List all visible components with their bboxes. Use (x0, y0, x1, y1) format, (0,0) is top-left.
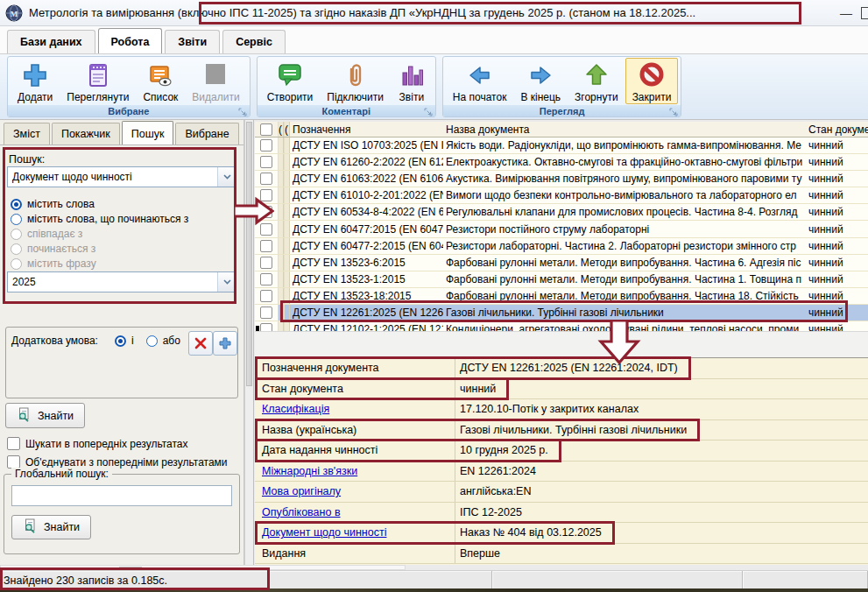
table-row-5[interactable]: ДСТУ EN 60534-8-4:2022 (EN 6Регулювальні… (255, 204, 868, 221)
row-checkbox[interactable] (260, 206, 272, 218)
search-option-checkbox-1[interactable]: Шукати в попередніх результатах (7, 437, 188, 450)
radio-button[interactable] (11, 199, 22, 210)
row-checkbox[interactable] (260, 189, 272, 201)
toolbar-button-3-4[interactable]: Закрити (625, 58, 679, 104)
toolbar-button-1-1[interactable]: Додати (11, 58, 60, 104)
row-select-cell[interactable] (255, 255, 278, 271)
chevron-down-icon[interactable] (217, 167, 236, 187)
details-row-6: Міжнародні зв'язкиEN 12261:2024 (255, 462, 868, 483)
ribbon-tab-2[interactable]: Робота (98, 28, 163, 53)
ribbon-tab-4[interactable]: Сервіс (222, 30, 286, 53)
table-row-12[interactable]: ДСТУ EN 12102-1:2025 (EN 121Кондиціонери… (255, 321, 868, 331)
toolbar-button-1-3[interactable]: Список (136, 58, 185, 104)
header-checkbox[interactable] (260, 123, 272, 136)
dialog-launcher-icon[interactable] (424, 108, 433, 116)
search-field-combobox[interactable]: Документ щодо чинності (7, 166, 236, 187)
search-mode-option-1[interactable]: містить слова (11, 197, 95, 211)
toolbar-button-2-1[interactable]: Створити (260, 58, 321, 104)
search-option-checkbox-2[interactable]: Об'єднувати з попередніми результатами (7, 455, 228, 469)
table-row-2[interactable]: ДСТУ EN 61260-2:2022 (EN 612Електроакуст… (255, 154, 868, 171)
checkbox[interactable] (7, 455, 20, 469)
row-select-cell[interactable] (255, 204, 278, 220)
checkbox[interactable] (7, 437, 20, 450)
table-row-10[interactable]: ДСТУ EN 13523-18:2015Фарбовані рулонні м… (255, 288, 868, 305)
condition-option-1[interactable]: і (115, 334, 134, 348)
table-row-9[interactable]: ДСТУ EN 13523-1:2015Фарбовані рулонні ме… (255, 271, 868, 288)
row-checkbox[interactable] (260, 273, 272, 285)
toolbar-button-2-2[interactable]: Підключити (320, 58, 391, 104)
row-select-cell[interactable] (255, 137, 278, 153)
global-find-button[interactable]: Знайти (11, 515, 91, 539)
sidebar-tab-1[interactable]: Зміст (4, 123, 50, 144)
table-row-11[interactable]: ДСТУ EN 12261:2025 (EN 1226Газові лічиль… (255, 305, 868, 321)
row-narrow-col-1 (278, 187, 284, 203)
toolbar-button-3-3[interactable]: Згорнути (568, 58, 625, 104)
column-header-name[interactable]: Назва документа (443, 122, 806, 137)
row-select-cell[interactable] (255, 238, 278, 254)
row-checkbox[interactable] (260, 240, 272, 252)
global-search-input[interactable] (11, 485, 232, 506)
details-label-link[interactable]: Опубліковано в (255, 506, 455, 518)
search-term-combobox[interactable]: 2025 (7, 271, 236, 292)
dialog-launcher-icon[interactable] (238, 108, 247, 116)
condition-option-2[interactable]: або (146, 334, 180, 348)
scrollbar-handle[interactable] (246, 122, 252, 386)
ribbon-tab-3[interactable]: Звіти (165, 30, 220, 53)
row-select-cell[interactable] (255, 154, 278, 170)
row-select-cell[interactable] (255, 221, 278, 236)
scrollbar-handle[interactable] (119, 567, 142, 569)
table-row-4[interactable]: ДСТУ EN 61010-2-201:2022 (ENВимоги щодо … (255, 187, 868, 204)
ribbon-group-buttons: ДодатиПереглянутиСписокВидалити (8, 57, 250, 105)
details-label-link[interactable]: Мова оригіналу (255, 485, 455, 497)
toolbar-button-label: Список (143, 91, 178, 103)
column-header-designation[interactable]: Позначення (290, 122, 443, 137)
row-checkbox[interactable] (260, 290, 272, 302)
row-checkbox[interactable] (260, 323, 272, 331)
table-row-6[interactable]: ДСТУ EN 60477:2015 (EN 6047Резистори пос… (255, 221, 868, 237)
radio-button[interactable] (115, 335, 126, 347)
status-section-2 (492, 571, 743, 589)
chevron-down-icon[interactable] (217, 272, 236, 292)
sidebar-scrollbar[interactable] (244, 120, 254, 565)
table-row-7[interactable]: ДСТУ EN 60477-2:2015 (EN 604Резистори ла… (255, 238, 868, 255)
toolbar-button-3-2[interactable]: В кінець (513, 58, 568, 104)
column-header-status[interactable]: Стан докуме (806, 122, 868, 137)
row-checkbox[interactable] (260, 156, 272, 168)
radio-button[interactable] (11, 214, 22, 225)
details-label-link[interactable]: Класифікація (255, 403, 455, 415)
row-select-cell[interactable] (255, 171, 278, 187)
row-select-cell[interactable] (255, 305, 278, 321)
dialog-launcher-icon[interactable] (669, 108, 678, 116)
details-label-link[interactable]: Документ щодо чинності (255, 526, 455, 539)
row-select-cell[interactable] (255, 187, 278, 203)
toolbar-button-2-3[interactable]: Звіти (391, 58, 433, 104)
sidebar-tab-2[interactable]: Покажчик (52, 123, 120, 144)
minimize-button[interactable]: — (831, 6, 861, 20)
row-select-cell[interactable] (255, 271, 278, 287)
details-value: EN 12261:2024 (455, 465, 541, 477)
toolbar-button-1-2[interactable]: Переглянути (60, 58, 136, 104)
row-checkbox[interactable] (260, 173, 272, 185)
toolbar-button-3-1[interactable]: На початок (446, 58, 514, 104)
sidebar-tab-4[interactable]: Вибране (175, 123, 238, 144)
details-label-link[interactable]: Міжнародні зв'язки (255, 465, 455, 477)
row-checkbox[interactable] (260, 223, 272, 236)
prohibition-icon (638, 61, 666, 89)
table-row-1[interactable]: ДСТУ EN ISO 10703:2025 (EN ISЯкість води… (255, 137, 868, 154)
table-row-8[interactable]: ДСТУ EN 13523-6:2015Фарбовані рулонні ме… (255, 255, 868, 271)
search-mode-option-2[interactable]: містить слова, що починаються з (11, 212, 188, 226)
maximize-button[interactable] (861, 7, 868, 19)
ribbon-tab-1[interactable]: Бази даних (7, 30, 95, 53)
find-button[interactable]: Знайти (5, 403, 85, 428)
remove-condition-button[interactable] (188, 331, 213, 356)
table-row-3[interactable]: ДСТУ EN 61063:2022 (EN 6106:Акустика. Ви… (255, 171, 868, 187)
sidebar-tab-3[interactable]: Пошук (122, 121, 174, 144)
header-select-all-cell[interactable] (255, 122, 278, 137)
row-checkbox[interactable] (260, 307, 272, 319)
radio-button[interactable] (146, 335, 158, 347)
add-condition-button[interactable] (213, 331, 237, 356)
row-checkbox[interactable] (260, 139, 272, 152)
cell-name: Акустика. Вимірювання повітряного шуму, … (443, 171, 806, 187)
row-checkbox[interactable] (260, 257, 272, 269)
row-select-cell[interactable] (255, 288, 278, 304)
